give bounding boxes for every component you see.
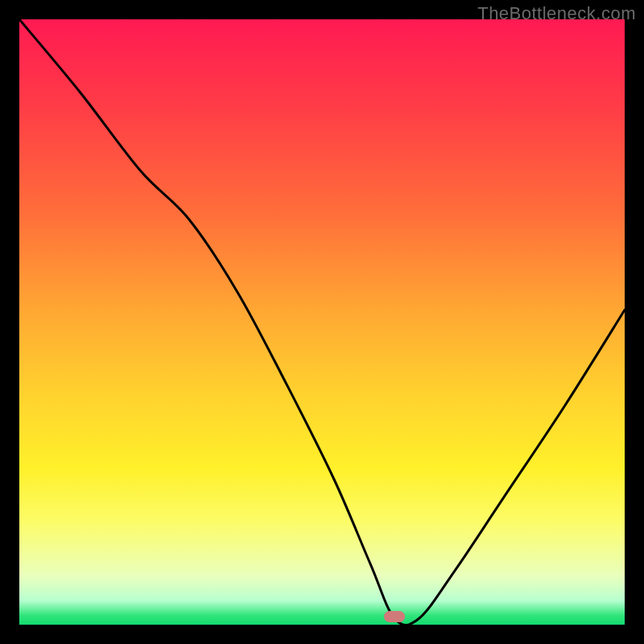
plot-area [19,19,625,625]
bottleneck-curve-path [19,19,625,625]
optimal-point-marker [384,611,405,622]
watermark-label: TheBottleneck.com [477,3,636,24]
bottleneck-curve-svg [19,19,625,625]
chart-frame: TheBottleneck.com [0,0,644,644]
